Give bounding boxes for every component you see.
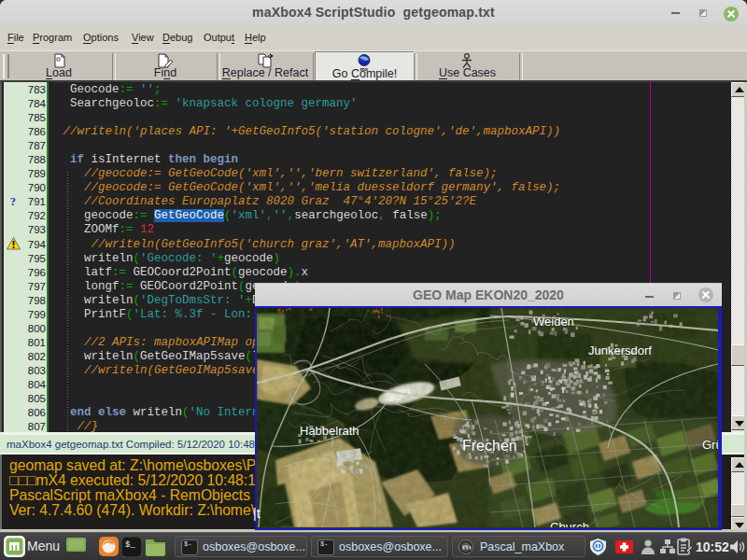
svg-text:Frechen: Frechen [462, 438, 517, 454]
svg-text:Habbelrath: Habbelrath [300, 424, 359, 438]
svg-text:Weiden: Weiden [533, 315, 574, 329]
svg-text:?: ? [10, 195, 16, 207]
svg-text:Church: Church [550, 520, 589, 527]
svg-text:mx: mx [360, 66, 369, 72]
svg-text:Junkersdorf: Junkersdorf [588, 343, 652, 357]
svg-text:Grü: Grü [702, 438, 718, 452]
